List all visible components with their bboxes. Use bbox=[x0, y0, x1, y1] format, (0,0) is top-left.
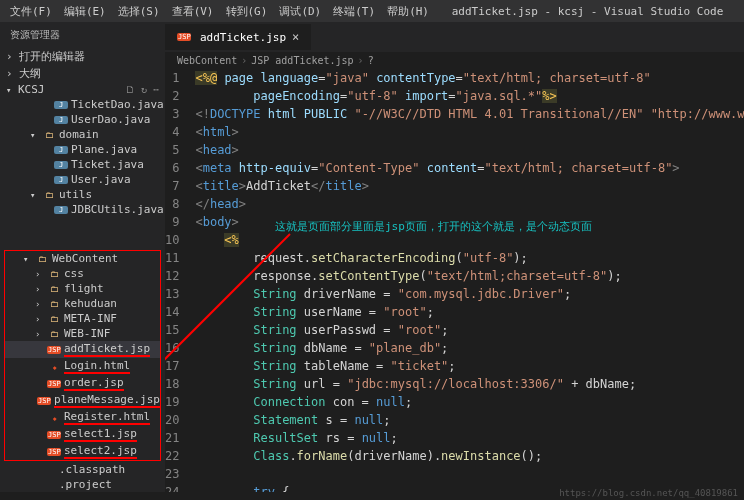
tree-item[interactable]: JSPselect1.jsp bbox=[5, 426, 160, 443]
tree-item[interactable]: ›🗀WEB-INF bbox=[5, 326, 160, 341]
tab-label: addTicket.jsp bbox=[200, 31, 286, 44]
jsp-icon: JSP bbox=[47, 448, 61, 456]
tree-item[interactable]: JUser.java bbox=[0, 172, 165, 187]
folder-icon: 🗀 bbox=[47, 329, 61, 339]
tree-label: planeMessage.jsp bbox=[54, 393, 160, 408]
tree-item[interactable]: ›🗀flight bbox=[5, 281, 160, 296]
menu-item[interactable]: 转到(G) bbox=[220, 5, 274, 18]
tree-label: addTicket.jsp bbox=[64, 342, 150, 357]
tree-item[interactable]: ⬥Register.html bbox=[5, 409, 160, 426]
tree-label: WEB-INF bbox=[64, 327, 110, 340]
java-icon: J bbox=[54, 161, 68, 169]
folder-icon: 🗀 bbox=[47, 269, 61, 279]
root-folder[interactable]: ▾KCSJ🗋 ↻ ⋯ bbox=[0, 82, 165, 97]
tree-label: Register.html bbox=[64, 410, 150, 425]
jsp-icon: JSP bbox=[47, 380, 61, 388]
tree-label: utils bbox=[59, 188, 92, 201]
chevron-icon: › bbox=[35, 329, 47, 339]
tree-item[interactable]: JUserDao.java bbox=[0, 112, 165, 127]
open-editors-section[interactable]: › 打开的编辑器 bbox=[0, 48, 165, 65]
tree-item[interactable]: ⬥Login.html bbox=[5, 358, 160, 375]
tree-label: User.java bbox=[71, 173, 131, 186]
tree-label: Plane.java bbox=[71, 143, 137, 156]
tree-label: order.jsp bbox=[64, 376, 124, 391]
folder-icon: 🗀 bbox=[35, 254, 49, 264]
tree-label: select2.jsp bbox=[64, 444, 137, 459]
tree-label: .classpath bbox=[59, 463, 125, 476]
tree-item[interactable]: JTicket.java bbox=[0, 157, 165, 172]
editor-tabs: JSP addTicket.jsp × bbox=[165, 22, 744, 52]
menu-item[interactable]: 选择(S) bbox=[112, 5, 166, 18]
jsp-icon: JSP bbox=[47, 431, 61, 439]
html-icon: ⬥ bbox=[47, 362, 61, 372]
tree-item[interactable]: ›🗀css bbox=[5, 266, 160, 281]
menu-item[interactable]: 帮助(H) bbox=[381, 5, 435, 18]
tree-item[interactable]: JTicketDao.java bbox=[0, 97, 165, 112]
tree-item[interactable]: ›🗀kehuduan bbox=[5, 296, 160, 311]
tree-item[interactable]: ›🗀META-INF bbox=[5, 311, 160, 326]
chevron-icon: ▾ bbox=[30, 130, 42, 140]
jsp-icon: JSP bbox=[47, 346, 61, 354]
chevron-icon: › bbox=[35, 299, 47, 309]
tree-item[interactable]: JSPorder.jsp bbox=[5, 375, 160, 392]
tree-item[interactable]: JPlane.java bbox=[0, 142, 165, 157]
outline-section[interactable]: › 大纲 bbox=[0, 65, 165, 82]
menu-item[interactable]: 终端(T) bbox=[327, 5, 381, 18]
annotation-text: 这就是页面部分里面是jsp页面，打开的这个就是，是个动态页面 bbox=[275, 219, 592, 234]
close-icon[interactable]: × bbox=[292, 30, 299, 44]
tree-label: domain bbox=[59, 128, 99, 141]
chevron-icon: ▾ bbox=[30, 190, 42, 200]
tree-label: JDBCUtils.java bbox=[71, 203, 164, 216]
tree-label: flight bbox=[64, 282, 104, 295]
menu-item[interactable]: 调试(D) bbox=[273, 5, 327, 18]
folder-icon: 🗀 bbox=[42, 130, 56, 140]
tree-item[interactable]: JSPselect2.jsp bbox=[5, 443, 160, 460]
chevron-icon: › bbox=[35, 269, 47, 279]
folder-icon: 🗀 bbox=[47, 299, 61, 309]
folder-icon: 🗀 bbox=[42, 190, 56, 200]
highlighted-tree-section: ▾🗀WebContent›🗀css›🗀flight›🗀kehuduan›🗀MET… bbox=[4, 250, 161, 461]
explorer-header: 资源管理器 bbox=[0, 22, 165, 48]
tree-item[interactable]: JSPplaneMessage.jsp bbox=[5, 392, 160, 409]
tree-item[interactable]: .classpath bbox=[0, 462, 165, 477]
menu-bar: 文件(F)编辑(E)选择(S)查看(V)转到(G)调试(D)终端(T)帮助(H) bbox=[4, 4, 435, 19]
menu-item[interactable]: 文件(F) bbox=[4, 5, 58, 18]
java-icon: J bbox=[54, 116, 68, 124]
tree-item[interactable]: ▾🗀utils bbox=[0, 187, 165, 202]
tree-label: select1.jsp bbox=[64, 427, 137, 442]
html-icon: ⬥ bbox=[47, 413, 61, 423]
tree-item[interactable]: JJDBCUtils.java bbox=[0, 202, 165, 217]
java-icon: J bbox=[54, 146, 68, 154]
tree-label: UserDao.java bbox=[71, 113, 150, 126]
tree-item[interactable]: ▾🗀WebContent bbox=[5, 251, 160, 266]
tree-item[interactable]: JSPaddTicket.jsp bbox=[5, 341, 160, 358]
tree-label: META-INF bbox=[64, 312, 117, 325]
menu-item[interactable]: 编辑(E) bbox=[58, 5, 112, 18]
watermark: https://blog.csdn.net/qq_40819861 bbox=[559, 488, 738, 498]
explorer-sidebar: 资源管理器 › 打开的编辑器 › 大纲 ▾KCSJ🗋 ↻ ⋯ JTicketDa… bbox=[0, 22, 165, 492]
tab-addticket[interactable]: JSP addTicket.jsp × bbox=[165, 24, 311, 50]
folder-icon: 🗀 bbox=[47, 314, 61, 324]
tree-label: Ticket.java bbox=[71, 158, 144, 171]
tree-label: WebContent bbox=[52, 252, 118, 265]
code-editor[interactable]: 1234567891011121314151617181920212223242… bbox=[165, 69, 744, 492]
jsp-icon: JSP bbox=[37, 397, 51, 405]
jsp-icon: JSP bbox=[177, 33, 191, 41]
window-title: addTicket.jsp - kcsj - Visual Studio Cod… bbox=[435, 5, 740, 18]
tree-item[interactable]: ▾🗀domain bbox=[0, 127, 165, 142]
tree-label: Login.html bbox=[64, 359, 130, 374]
menu-item[interactable]: 查看(V) bbox=[166, 5, 220, 18]
tree-item[interactable]: .project bbox=[0, 477, 165, 492]
tree-label: kehuduan bbox=[64, 297, 117, 310]
java-icon: J bbox=[54, 101, 68, 109]
tree-label: .project bbox=[59, 478, 112, 491]
title-bar: 文件(F)编辑(E)选择(S)查看(V)转到(G)调试(D)终端(T)帮助(H)… bbox=[0, 0, 744, 22]
java-icon: J bbox=[54, 176, 68, 184]
chevron-icon: › bbox=[35, 284, 47, 294]
tree-label: TicketDao.java bbox=[71, 98, 164, 111]
editor-area: JSP addTicket.jsp × WebContent› JSP addT… bbox=[165, 22, 744, 492]
chevron-icon: ▾ bbox=[23, 254, 35, 264]
tree-label: css bbox=[64, 267, 84, 280]
folder-icon: 🗀 bbox=[47, 284, 61, 294]
breadcrumb[interactable]: WebContent› JSP addTicket.jsp› ? bbox=[165, 52, 744, 69]
